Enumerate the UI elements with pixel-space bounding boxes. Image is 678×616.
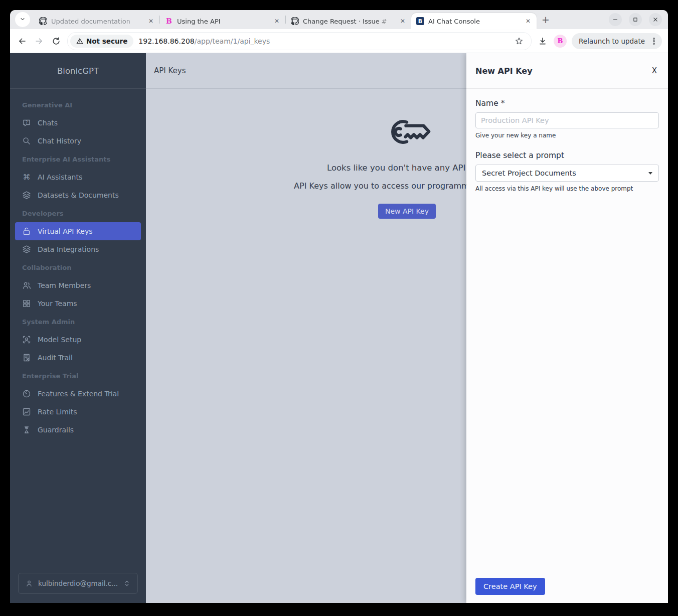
sidebar-item-ai-assistants[interactable]: ⌘AI Assistants: [15, 168, 141, 186]
sidebar-item-label: Datasets & Documents: [38, 191, 119, 199]
guardrails-icon: [22, 425, 31, 434]
gauge-icon: [22, 389, 31, 398]
window-controls: [609, 13, 662, 26]
nav-section-header: System Admin: [15, 313, 141, 331]
tab-close-icon[interactable]: ✕: [524, 17, 533, 26]
security-chip[interactable]: Not secure: [70, 35, 133, 48]
browser-tab[interactable]: Updated documentation✕: [34, 13, 159, 29]
sidebar-item-label: Data Integrations: [38, 245, 99, 253]
sidebar-nav: Generative AI?ChatsChat HistoryEnterpris…: [10, 89, 146, 566]
chevron-down-icon: [19, 15, 26, 25]
sidebar-item-audit-trail[interactable]: Audit Trail: [15, 349, 141, 367]
nav-section-header: Enterprise Trial: [15, 367, 141, 385]
new-api-key-panel: New API Key X Name * Give your new key a…: [466, 53, 668, 603]
main-area: API Keys Looks like you don't have any A…: [146, 53, 668, 603]
panel-body: Name * Give your new key a name Please s…: [466, 89, 668, 192]
relaunch-to-update-button[interactable]: Relaunch to update: [572, 33, 662, 49]
app-brand: BionicGPT: [10, 53, 146, 89]
user-email: kulbinderdio@gmail.c...: [38, 579, 118, 587]
sidebar-item-model-setup[interactable]: Model Setup: [15, 331, 141, 349]
forward-icon[interactable]: [33, 35, 45, 47]
sidebar-item-label: Model Setup: [38, 336, 81, 344]
extension-bionicgpt-icon[interactable]: B: [554, 35, 567, 48]
bionicgpt-pink-icon: B: [165, 17, 173, 25]
sidebar-item-label: Guardrails: [38, 426, 74, 434]
create-api-key-button[interactable]: Create API Key: [475, 578, 545, 595]
nav-section-header: Enterprise AI Assistants: [15, 150, 141, 168]
sidebar-item-label: AI Assistants: [38, 173, 82, 181]
panel-footer: Create API Key: [466, 570, 668, 603]
svg-text:⌘: ⌘: [23, 173, 31, 182]
person-icon: [25, 579, 33, 587]
name-field[interactable]: [475, 112, 659, 128]
tab-search-button[interactable]: [15, 12, 30, 27]
empty-state-heading: Looks like you don't have any API keys: [327, 163, 487, 173]
tab-title: Using the API: [177, 18, 268, 25]
tab-title: Change Request · Issue #: [303, 18, 394, 25]
tab-close-icon[interactable]: ✕: [272, 17, 281, 26]
download-icon[interactable]: [537, 35, 549, 47]
browser-toolbar: Not secure 192.168.86.208/app/team/1/api…: [10, 29, 668, 53]
user-account-selector[interactable]: kulbinderdio@gmail.c...: [18, 573, 138, 594]
close-icon[interactable]: X: [650, 65, 659, 76]
layers-icon: [22, 245, 31, 254]
new-tab-button[interactable]: +: [539, 13, 553, 27]
browser-tab[interactable]: Change Request · Issue #✕: [286, 13, 411, 29]
nav-section-header: Generative AI: [15, 96, 141, 114]
sidebar-item-chat-history[interactable]: Chat History: [15, 132, 141, 150]
tab-title: Updated documentation: [51, 18, 142, 25]
browser-tab[interactable]: BAI Chat Console✕: [411, 13, 537, 29]
svg-text:?: ?: [26, 120, 28, 125]
sidebar-item-label: Your Teams: [38, 299, 77, 307]
tab-title: AI Chat Console: [428, 18, 520, 25]
tab-close-icon[interactable]: ✕: [398, 17, 407, 26]
chats-icon: ?: [22, 118, 31, 127]
key-icon: [381, 116, 433, 150]
prompt-select[interactable]: Secret Project Documents: [475, 165, 659, 182]
tab-close-icon[interactable]: ✕: [146, 17, 155, 26]
address-bar[interactable]: Not secure 192.168.86.208/app/team/1/api…: [67, 32, 532, 50]
name-label: Name *: [475, 99, 659, 108]
audit-document-icon: [22, 353, 31, 362]
sidebar-item-datasets-documents[interactable]: Datasets & Documents: [15, 186, 141, 204]
sidebar-item-virtual-api-keys[interactable]: Virtual API Keys: [15, 222, 141, 240]
sidebar-item-label: Audit Trail: [38, 354, 73, 362]
star-icon[interactable]: [513, 35, 525, 47]
prompt-select-value: Secret Project Documents: [482, 169, 576, 177]
panel-title: New API Key: [475, 66, 533, 76]
window-close-icon[interactable]: [649, 13, 662, 26]
kebab-menu-icon[interactable]: [649, 35, 659, 47]
sidebar-item-data-integrations[interactable]: Data Integrations: [15, 240, 141, 258]
sidebar-item-label: Features & Extend Trial: [38, 390, 119, 398]
url-text: 192.168.86.208/app/team/1/api_keys: [138, 37, 508, 45]
back-icon[interactable]: [16, 35, 28, 47]
chevron-down-icon: [648, 172, 652, 175]
reload-icon[interactable]: [50, 35, 62, 47]
window-maximize-icon[interactable]: [629, 13, 642, 26]
layers-icon: [22, 191, 31, 200]
new-api-key-button[interactable]: New API Key: [378, 204, 436, 219]
relaunch-label: Relaunch to update: [579, 37, 645, 45]
sidebar-item-guardrails[interactable]: Guardrails: [15, 421, 141, 439]
sidebar-item-rate-limits[interactable]: Rate Limits: [15, 403, 141, 421]
page-content: BionicGPT Generative AI?ChatsChat Histor…: [10, 53, 668, 603]
sidebar-item-label: Chat History: [38, 137, 81, 145]
browser-tab[interactable]: BUsing the API✕: [160, 13, 285, 29]
github-icon: [291, 17, 299, 25]
sidebar-item-chats[interactable]: ?Chats: [15, 114, 141, 132]
sidebar-item-label: Virtual API Keys: [38, 227, 92, 235]
browser-window: Updated documentation✕BUsing the API✕Cha…: [10, 10, 668, 603]
url-path: /app/team/1/api_keys: [195, 37, 270, 45]
sidebar-item-team-members[interactable]: Team Members: [15, 276, 141, 294]
bionicgpt-navy-icon: B: [416, 17, 424, 25]
prompt-label: Please select a prompt: [475, 151, 659, 160]
window-minimize-icon[interactable]: [609, 13, 622, 26]
tab-strip-tabs: Updated documentation✕BUsing the API✕Cha…: [34, 10, 537, 29]
sidebar-item-your-teams[interactable]: Your Teams: [15, 294, 141, 313]
warning-icon: [76, 38, 83, 45]
prompt-helper: All access via this API key will use the…: [475, 185, 659, 192]
sidebar-item-features-extend-trial[interactable]: Features & Extend Trial: [15, 385, 141, 403]
users-icon: [22, 281, 31, 290]
chart-icon: [22, 407, 31, 416]
tab-strip: Updated documentation✕BUsing the API✕Cha…: [10, 10, 668, 29]
